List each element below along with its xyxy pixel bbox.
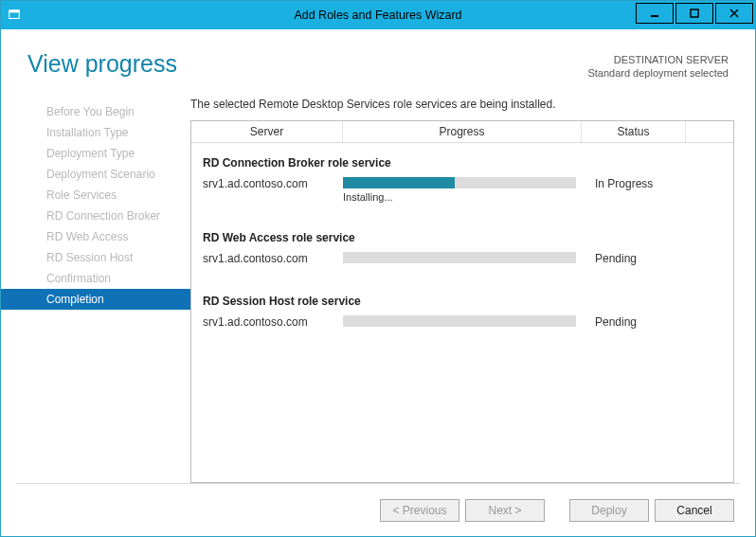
table-row: srv1.ad.contoso.com Pending — [203, 315, 722, 330]
progress-bar — [343, 315, 576, 327]
destination-label: DESTINATION SERVER — [587, 53, 729, 66]
minimize-button[interactable] — [636, 3, 674, 24]
svg-rect-1 — [9, 10, 20, 13]
status-cell: Pending — [589, 252, 722, 265]
col-header-spacer — [686, 121, 733, 142]
footer: < Previous Next > Deploy Cancel — [16, 483, 740, 536]
svg-rect-3 — [691, 9, 698, 17]
page-title: View progress — [27, 50, 177, 78]
titlebar: Add Roles and Features Wizard — [1, 1, 755, 29]
progress-bar — [343, 177, 576, 188]
section-title: RD Connection Broker role service — [203, 156, 722, 170]
deploy-button[interactable]: Deploy — [569, 499, 649, 522]
sidebar-item-rd-session-host[interactable]: RD Session Host — [1, 247, 190, 268]
progress-cell: Installing... — [343, 177, 589, 203]
table-row: srv1.ad.contoso.com Pending — [203, 252, 722, 266]
header-row: View progress DESTINATION SERVER Standar… — [1, 29, 755, 84]
server-cell: srv1.ad.contoso.com — [203, 177, 343, 190]
sidebar-item-installation-type[interactable]: Installation Type — [1, 122, 190, 143]
previous-button[interactable]: < Previous — [380, 499, 459, 522]
section-rd-connection-broker: RD Connection Broker role service srv1.a… — [191, 143, 733, 203]
col-header-server[interactable]: Server — [191, 121, 343, 142]
wizard-window: Add Roles and Features Wizard View progr… — [0, 0, 756, 537]
sidebar-item-confirmation[interactable]: Confirmation — [1, 268, 190, 289]
next-button[interactable]: Next > — [465, 499, 545, 522]
sidebar-item-rd-connection-broker[interactable]: RD Connection Broker — [1, 206, 190, 226]
main-panel: The selected Remote Desktop Services rol… — [190, 96, 734, 483]
app-icon — [1, 9, 27, 22]
progress-cell — [343, 315, 589, 330]
section-title: RD Web Access role service — [203, 231, 722, 244]
sidebar-item-rd-web-access[interactable]: RD Web Access — [1, 226, 190, 247]
progress-bar — [343, 252, 576, 263]
content-area: View progress DESTINATION SERVER Standar… — [1, 29, 755, 536]
destination-value: Standard deployment selected — [587, 66, 729, 80]
sidebar-item-deployment-scenario[interactable]: Deployment Scenario — [1, 164, 190, 185]
progress-bar-fill — [343, 177, 455, 188]
intro-text: The selected Remote Desktop Services rol… — [190, 98, 734, 111]
wizard-sidebar: Before You Begin Installation Type Deplo… — [1, 96, 190, 483]
progress-cell — [343, 252, 589, 266]
section-title: RD Session Host role service — [203, 295, 722, 308]
sidebar-item-deployment-type[interactable]: Deployment Type — [1, 143, 190, 164]
server-cell: srv1.ad.contoso.com — [203, 315, 343, 329]
status-cell: Pending — [589, 315, 722, 329]
close-button[interactable] — [715, 3, 753, 24]
window-controls — [636, 1, 755, 29]
body-row: Before You Begin Installation Type Deplo… — [1, 84, 755, 483]
col-header-progress[interactable]: Progress — [343, 121, 582, 142]
section-rd-web-access: RD Web Access role service srv1.ad.conto… — [191, 218, 733, 266]
sidebar-item-before-you-begin[interactable]: Before You Begin — [1, 101, 190, 122]
status-cell: In Progress — [589, 177, 722, 190]
table-row: srv1.ad.contoso.com Installing... In Pro… — [203, 177, 722, 203]
cancel-button[interactable]: Cancel — [655, 499, 734, 522]
server-cell: srv1.ad.contoso.com — [203, 252, 343, 265]
progress-grid: Server Progress Status RD Connection Bro… — [190, 120, 734, 483]
sidebar-item-completion[interactable]: Completion — [1, 289, 190, 310]
sidebar-item-role-services[interactable]: Role Services — [1, 185, 190, 206]
grid-header: Server Progress Status — [191, 121, 733, 143]
progress-label: Installing... — [343, 191, 576, 203]
destination-block: DESTINATION SERVER Standard deployment s… — [587, 53, 729, 81]
maximize-button[interactable] — [675, 3, 713, 24]
col-header-status[interactable]: Status — [582, 121, 686, 142]
section-rd-session-host: RD Session Host role service srv1.ad.con… — [191, 281, 733, 330]
